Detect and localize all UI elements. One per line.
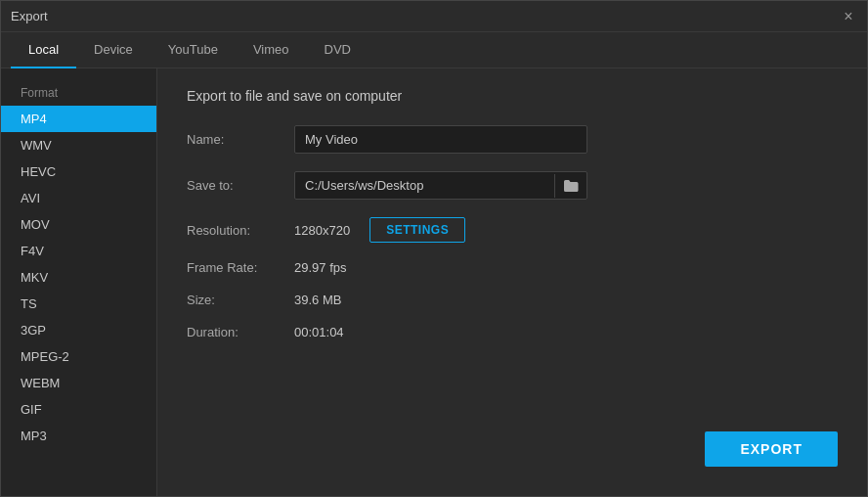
name-row: Name: bbox=[187, 125, 838, 154]
close-button[interactable]: × bbox=[840, 8, 857, 25]
frame-rate-value: 29.97 fps bbox=[294, 260, 347, 275]
name-input[interactable] bbox=[294, 125, 587, 154]
duration-label: Duration: bbox=[187, 325, 294, 339]
format-mpeg2[interactable]: MPEG-2 bbox=[1, 343, 156, 370]
format-3gp[interactable]: 3GP bbox=[1, 317, 156, 343]
frame-rate-label: Frame Rate: bbox=[187, 260, 294, 275]
section-title: Export to file and save on computer bbox=[187, 88, 838, 104]
export-button[interactable]: EXPORT bbox=[705, 431, 838, 467]
format-gif[interactable]: GIF bbox=[1, 396, 156, 423]
save-to-label: Save to: bbox=[187, 178, 294, 193]
duration-value: 00:01:04 bbox=[294, 325, 344, 339]
format-f4v[interactable]: F4V bbox=[1, 238, 156, 264]
main-panel: Export to file and save on computer Name… bbox=[157, 68, 867, 496]
folder-icon bbox=[563, 178, 579, 194]
settings-button[interactable]: SETTINGS bbox=[369, 217, 465, 243]
save-to-input[interactable] bbox=[295, 172, 554, 199]
size-row: Size: 39.6 MB bbox=[187, 293, 838, 307]
frame-rate-row: Frame Rate: 29.97 fps bbox=[187, 260, 838, 275]
size-label: Size: bbox=[187, 293, 294, 307]
resolution-container: 1280x720 SETTINGS bbox=[294, 217, 465, 243]
format-ts[interactable]: TS bbox=[1, 291, 156, 317]
tab-vimeo[interactable]: Vimeo bbox=[236, 32, 307, 68]
resolution-value: 1280x720 bbox=[294, 223, 350, 238]
tab-local[interactable]: Local bbox=[11, 32, 76, 68]
content-area: Format MP4 WMV HEVC AVI MOV F4V MKV TS 3… bbox=[1, 68, 867, 496]
save-to-row: Save to: bbox=[187, 171, 838, 200]
title-bar: Export × bbox=[1, 1, 867, 32]
resolution-label: Resolution: bbox=[187, 223, 294, 238]
window-title: Export bbox=[11, 9, 48, 23]
export-area: EXPORT bbox=[187, 357, 838, 476]
format-hevc[interactable]: HEVC bbox=[1, 158, 156, 185]
format-mkv[interactable]: MKV bbox=[1, 264, 156, 291]
save-to-container bbox=[294, 171, 587, 200]
format-mp4[interactable]: MP4 bbox=[1, 106, 156, 132]
tab-dvd[interactable]: DVD bbox=[307, 32, 369, 68]
format-mov[interactable]: MOV bbox=[1, 211, 156, 238]
format-avi[interactable]: AVI bbox=[1, 185, 156, 211]
size-value: 39.6 MB bbox=[294, 293, 341, 307]
tab-device[interactable]: Device bbox=[76, 32, 151, 68]
duration-row: Duration: 00:01:04 bbox=[187, 325, 838, 339]
format-mp3[interactable]: MP3 bbox=[1, 423, 156, 449]
tab-bar: Local Device YouTube Vimeo DVD bbox=[1, 32, 867, 68]
browse-folder-button[interactable] bbox=[554, 174, 586, 198]
resolution-row: Resolution: 1280x720 SETTINGS bbox=[187, 217, 838, 243]
format-label: Format bbox=[1, 78, 156, 106]
tab-youtube[interactable]: YouTube bbox=[151, 32, 236, 68]
format-wmv[interactable]: WMV bbox=[1, 132, 156, 158]
format-sidebar: Format MP4 WMV HEVC AVI MOV F4V MKV TS 3… bbox=[1, 68, 157, 496]
format-webm[interactable]: WEBM bbox=[1, 370, 156, 396]
name-label: Name: bbox=[187, 132, 294, 147]
export-window: Export × Local Device YouTube Vimeo DVD … bbox=[0, 0, 868, 497]
